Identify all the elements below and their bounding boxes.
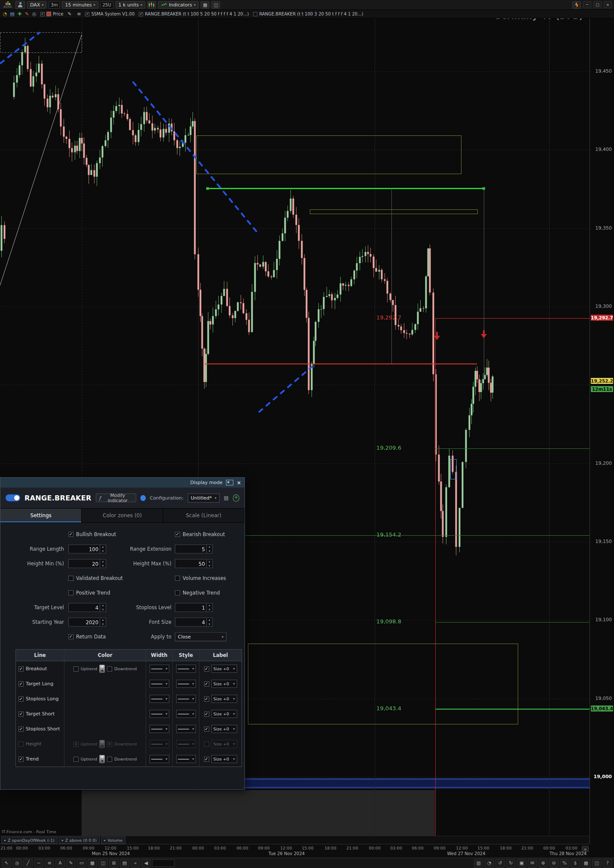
checkbox-volume-increases[interactable]: Volume Increases — [175, 575, 226, 581]
color-swatch[interactable] — [99, 755, 105, 763]
pane-tab-z-above-0-0-0[interactable]: ▸Z above (0 0 0) — [59, 837, 100, 844]
checkbox-box[interactable]: ✓ — [68, 634, 73, 639]
checkbox-box[interactable]: ✓ — [139, 12, 143, 16]
modify-indicator-button[interactable]: ƒ Modify indicator — [96, 494, 137, 502]
line-checkbox[interactable]: ✓ — [18, 727, 24, 732]
label-checkbox[interactable]: ✓ — [204, 757, 209, 762]
target-icon[interactable]: ◎ — [31, 11, 37, 17]
draw-mode-icon[interactable]: ✎ — [24, 11, 30, 17]
stepper-up-icon[interactable]: ▴ — [100, 618, 106, 623]
stepper[interactable]: ▴▾ — [206, 618, 212, 626]
expand-pane-icon[interactable]: ▸ — [4, 838, 6, 842]
color-swatch[interactable] — [99, 740, 105, 748]
chart-style-button[interactable] — [147, 1, 156, 9]
stepper[interactable]: ▴▾ — [100, 604, 106, 612]
scroll-left-icon[interactable]: ◀ — [141, 859, 151, 868]
uptrend-checkbox[interactable]: × — [73, 742, 79, 747]
stepper-up-icon[interactable]: ▴ — [207, 545, 212, 549]
width-select[interactable]: ▾ — [150, 710, 169, 718]
downtrend-checkbox[interactable]: × — [107, 742, 112, 747]
size-select[interactable]: Size +0▾ — [211, 710, 237, 718]
stepper-up-icon[interactable]: ▴ — [100, 560, 106, 564]
stepper-down-icon[interactable]: ▾ — [207, 607, 212, 612]
realtime-status-icon[interactable]: ϟ — [572, 1, 581, 9]
bars-count-input[interactable] — [152, 859, 174, 867]
split-view-icon[interactable]: ◫ — [211, 1, 220, 9]
units-select[interactable]: 1 k units ▾ — [116, 1, 145, 9]
checkbox-positive-trend[interactable]: Positive Trend — [68, 590, 110, 596]
help-icon[interactable]: ? — [603, 859, 612, 868]
uptrend-checkbox[interactable] — [73, 757, 79, 762]
scroll-fast-left-icon[interactable]: « — [131, 859, 140, 868]
pane-tab-z-opendayofweek-1[interactable]: ▸Z openDayOfWeek (-1) — [1, 837, 58, 844]
tab-settings[interactable]: Settings — [0, 509, 82, 522]
width-select[interactable]: ▾ — [150, 740, 169, 748]
line-checkbox[interactable]: ✓ — [18, 712, 24, 717]
checkbox-box[interactable] — [253, 12, 257, 16]
layer-item-range-breaker-t-t-100-5-20-50-f-f-f-f-4-1-20[interactable]: ✓RANGE.BREAKER (t t 100 5 20 50 f f f f … — [139, 12, 249, 16]
time-axis[interactable]: » 21:0000:0003:0006:0009:0012:0015:0018:… — [0, 844, 590, 858]
stepper-down-icon[interactable]: ▾ — [100, 622, 106, 626]
calendar-icon[interactable]: ▦ — [581, 859, 591, 868]
checkbox-validated-breakout[interactable]: Validated Breakout — [68, 575, 123, 581]
line-checkbox[interactable]: ✓ — [18, 696, 24, 702]
user-icon[interactable] — [15, 1, 25, 9]
maximize-button[interactable]: □ — [593, 1, 602, 8]
price-color-swatch[interactable] — [46, 12, 51, 16]
layer-item-range-breaker-t-t-100-3-20-50-t-f-f-f-4-1-20[interactable]: RANGE.BREAKER (t t 100 3 20 50 t f f f 4… — [253, 12, 363, 16]
stepper[interactable]: ▴▾ — [100, 618, 106, 626]
label-checkbox[interactable]: ✓ — [204, 681, 209, 687]
field-input-target-level[interactable] — [69, 604, 100, 612]
field-input-height-min[interactable] — [69, 560, 100, 568]
price-axis[interactable]: 19,45019,40019,35019,30019,20019,15019,1… — [590, 18, 614, 844]
indicator-color-dot[interactable] — [141, 495, 145, 501]
width-select[interactable]: ▾ — [150, 755, 169, 763]
dialog-close-icon[interactable]: × — [237, 480, 241, 486]
style-select[interactable]: ▾ — [176, 755, 196, 763]
currency-icon[interactable]: $ — [571, 859, 580, 868]
checkbox-box[interactable]: ✓ — [40, 12, 45, 16]
period-badge[interactable]: 3m — [49, 1, 60, 9]
stepper-down-icon[interactable]: ▾ — [207, 549, 212, 553]
stepper[interactable]: ▴▾ — [206, 545, 212, 553]
objects-list-icon[interactable]: ▤ — [120, 859, 129, 868]
stepper[interactable]: ▴▾ — [100, 560, 106, 568]
stepper[interactable]: ▴▾ — [206, 560, 212, 568]
draw-tool-icon[interactable]: ✎ — [66, 859, 76, 868]
snapshot-icon[interactable]: ▣ — [517, 859, 526, 868]
timeframe-select[interactable]: 15 minutes ▾ — [62, 1, 98, 9]
checkbox-box[interactable]: ✓ — [175, 532, 180, 537]
size-select[interactable]: Size +0▾ — [211, 755, 237, 763]
label-checkbox[interactable] — [204, 742, 209, 747]
width-select[interactable]: ▾ — [150, 665, 169, 673]
size-select[interactable]: Size +0▾ — [211, 695, 237, 703]
indicator-enabled-toggle[interactable] — [6, 494, 20, 501]
text-tool-icon[interactable]: A — [55, 859, 65, 868]
checkbox-box[interactable] — [68, 576, 73, 581]
duplicate-config-icon[interactable]: ▤ — [224, 495, 229, 501]
style-select[interactable]: ▾ — [176, 665, 196, 673]
price-layer-checkbox[interactable]: ✓ Price — [40, 12, 63, 16]
label-checkbox[interactable]: ✓ — [204, 727, 209, 732]
checkbox-box[interactable]: ✓ — [68, 532, 73, 537]
zoom-out-icon[interactable]: ⊖ — [549, 859, 559, 868]
configuration-select[interactable]: Untitled* ▾ — [188, 494, 220, 503]
add-config-icon[interactable]: + — [233, 494, 239, 502]
field-input-range-length[interactable] — [69, 545, 100, 553]
size-select[interactable]: Size +0▾ — [211, 680, 237, 688]
zoom-in-icon[interactable]: ⊕ — [538, 859, 548, 868]
redo-icon[interactable]: ↻ — [506, 859, 516, 868]
stepper-up-icon[interactable]: ▴ — [207, 560, 212, 564]
grid-tool-icon[interactable]: ▦ — [88, 859, 97, 868]
checkbox-box[interactable] — [68, 590, 73, 595]
checkbox-negative-trend[interactable]: Negative Trend — [175, 590, 220, 596]
checkbox-box[interactable] — [175, 576, 180, 581]
apply-to-select[interactable]: Close▾ — [175, 632, 226, 641]
checkbox-bearish-breakout[interactable]: ✓Bearish Breakout — [175, 531, 225, 537]
pane-tab-volume[interactable]: ▸Volume — [101, 837, 125, 844]
style-select[interactable]: ▾ — [176, 740, 196, 748]
line-checkbox[interactable]: ✓ — [18, 666, 24, 672]
width-select[interactable]: ▾ — [150, 680, 169, 688]
uptrend-checkbox[interactable] — [73, 666, 79, 672]
close-button[interactable]: × — [604, 1, 612, 8]
